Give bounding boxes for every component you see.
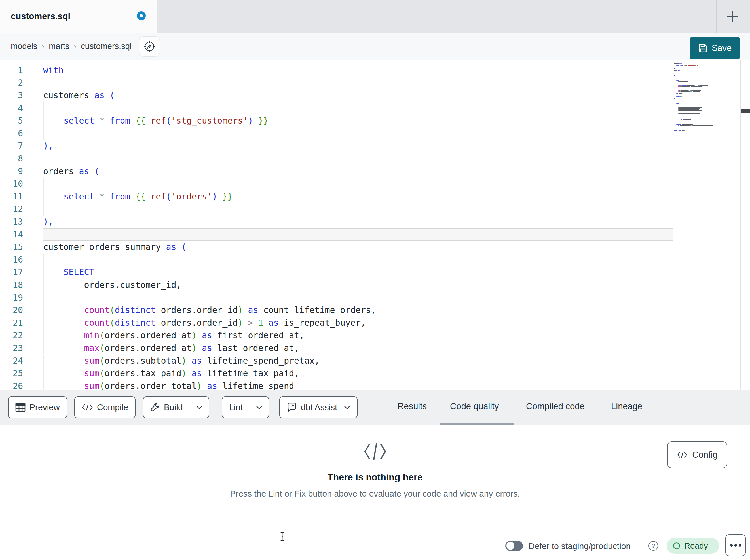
line-number: 6 bbox=[0, 127, 23, 140]
code-line[interactable]: 1with bbox=[0, 64, 673, 77]
defer-toggle[interactable] bbox=[505, 541, 523, 551]
editor-toolbar: Preview Compile Build Lin bbox=[0, 390, 750, 425]
line-number: 24 bbox=[0, 355, 23, 367]
line-number: 17 bbox=[0, 266, 23, 279]
code-line[interactable]: 16 bbox=[0, 253, 673, 266]
editor-scrollbar-thumb[interactable] bbox=[741, 109, 750, 113]
empty-title: There is nothing here bbox=[0, 472, 750, 483]
code-line[interactable]: 14 bbox=[0, 228, 673, 241]
tab-lineage[interactable]: Lineage bbox=[611, 390, 642, 423]
code-line[interactable]: 18 orders.customer_id, bbox=[0, 279, 673, 291]
save-button[interactable]: Save bbox=[690, 37, 740, 60]
editor-minimap[interactable] bbox=[674, 61, 715, 131]
code-line[interactable]: 3customers as ( bbox=[0, 89, 673, 102]
more-options-button[interactable] bbox=[725, 534, 746, 556]
code-line[interactable]: 25 sum(orders.tax_paid) as lifetime_tax_… bbox=[0, 367, 673, 380]
line-number: 14 bbox=[0, 228, 23, 241]
code-line[interactable]: 4 bbox=[0, 102, 673, 115]
editor-tab-bar: customers.sql bbox=[0, 0, 750, 33]
active-tab-underline bbox=[440, 423, 514, 424]
line-number: 16 bbox=[0, 253, 23, 266]
code-line[interactable]: 17 SELECT bbox=[0, 266, 673, 279]
build-label: Build bbox=[164, 402, 183, 412]
wrench-icon bbox=[150, 402, 160, 412]
code-line[interactable]: 10 bbox=[0, 178, 673, 190]
code-line[interactable]: 7), bbox=[0, 140, 673, 152]
build-dropdown[interactable] bbox=[190, 397, 209, 418]
lint-label: Lint bbox=[229, 402, 243, 412]
line-number: 18 bbox=[0, 279, 23, 291]
chevron-down-icon bbox=[196, 406, 202, 409]
line-number: 21 bbox=[0, 317, 23, 329]
code-line[interactable]: 9orders as ( bbox=[0, 165, 673, 178]
line-number: 9 bbox=[0, 165, 23, 178]
tab-results[interactable]: Results bbox=[397, 390, 427, 423]
code-line[interactable]: 24 sum(orders.subtotal) as lifetime_spen… bbox=[0, 355, 673, 367]
file-header-bar: models › marts › customers.sql Save bbox=[0, 33, 750, 60]
unsaved-changes-dot bbox=[137, 11, 146, 20]
code-line[interactable]: 26 sum(orders.order_total) as lifetime_s… bbox=[0, 380, 673, 390]
build-button[interactable]: Build bbox=[143, 396, 209, 418]
line-number: 4 bbox=[0, 102, 23, 115]
table-icon bbox=[15, 403, 25, 412]
line-number: 25 bbox=[0, 367, 23, 380]
tab-customers-sql[interactable]: customers.sql bbox=[0, 0, 157, 33]
breadcrumb-models[interactable]: models bbox=[11, 42, 37, 51]
code-line[interactable]: 2 bbox=[0, 77, 673, 89]
line-number: 20 bbox=[0, 304, 23, 317]
code-icon bbox=[677, 452, 688, 458]
line-number: 11 bbox=[0, 190, 23, 203]
line-number: 3 bbox=[0, 89, 23, 102]
tab-compiled-code[interactable]: Compiled code bbox=[526, 390, 585, 423]
code-line[interactable]: 21 count(distinct orders.order_id) > 1 a… bbox=[0, 317, 673, 329]
help-icon[interactable]: ? bbox=[649, 541, 658, 551]
line-number: 19 bbox=[0, 291, 23, 304]
code-line[interactable]: 15customer_orders_summary as ( bbox=[0, 241, 673, 253]
dbt-ide-window: customers.sql models › marts › customers… bbox=[0, 0, 750, 560]
line-number: 2 bbox=[0, 77, 23, 89]
code-line[interactable]: 23 max(orders.ordered_at) as last_ordere… bbox=[0, 342, 673, 355]
code-line[interactable]: 20 count(distinct orders.order_id) as co… bbox=[0, 304, 673, 317]
chevron-right-icon: › bbox=[42, 42, 44, 51]
code-line[interactable]: 19 bbox=[0, 291, 673, 304]
chevron-down-icon bbox=[256, 406, 262, 409]
status-circle-icon bbox=[673, 542, 680, 549]
chevron-right-icon: › bbox=[74, 42, 77, 51]
empty-description: Press the Lint or Fix button above to ev… bbox=[0, 489, 750, 499]
preview-button[interactable]: Preview bbox=[8, 396, 67, 418]
compile-button[interactable]: Compile bbox=[74, 396, 136, 418]
code-line[interactable]: 6 bbox=[0, 127, 673, 140]
dbt-assist-button[interactable]: dbt Assist bbox=[279, 396, 358, 418]
line-number: 13 bbox=[0, 215, 23, 228]
code-editor[interactable]: 1with23customers as (45 select * from {{… bbox=[0, 60, 750, 390]
code-line[interactable]: 13), bbox=[0, 215, 673, 228]
status-bar: Defer to staging/production ? Ready bbox=[0, 531, 750, 560]
tab-code-quality[interactable]: Code quality bbox=[450, 390, 499, 423]
line-number: 5 bbox=[0, 115, 23, 127]
breadcrumb-marts[interactable]: marts bbox=[49, 42, 70, 51]
lint-dropdown[interactable] bbox=[250, 397, 269, 418]
config-label: Config bbox=[692, 450, 718, 460]
line-number: 7 bbox=[0, 140, 23, 152]
plus-icon bbox=[726, 10, 739, 23]
save-label: Save bbox=[712, 43, 732, 53]
tab-bar-divider bbox=[716, 0, 716, 33]
code-line[interactable]: 8 bbox=[0, 152, 673, 165]
status-badge[interactable]: Ready bbox=[667, 538, 719, 554]
code-line[interactable]: 12 bbox=[0, 203, 673, 215]
assist-label: dbt Assist bbox=[301, 402, 337, 412]
compile-label: Compile bbox=[97, 402, 128, 412]
text-cursor-pointer bbox=[278, 532, 286, 543]
line-number: 26 bbox=[0, 380, 23, 390]
config-button[interactable]: Config bbox=[667, 441, 727, 468]
lint-button[interactable]: Lint bbox=[222, 396, 269, 418]
line-number: 10 bbox=[0, 178, 23, 190]
line-number: 22 bbox=[0, 329, 23, 342]
ready-label: Ready bbox=[684, 541, 708, 551]
toggle-knob bbox=[507, 542, 514, 550]
code-line[interactable]: 22 min(orders.ordered_at) as first_order… bbox=[0, 329, 673, 342]
explore-lineage-button[interactable] bbox=[139, 36, 160, 57]
code-line[interactable]: 11 select * from {{ ref('orders') }} bbox=[0, 190, 673, 203]
code-line[interactable]: 5 select * from {{ ref('stg_customers') … bbox=[0, 115, 673, 127]
new-tab-button[interactable] bbox=[723, 6, 743, 27]
